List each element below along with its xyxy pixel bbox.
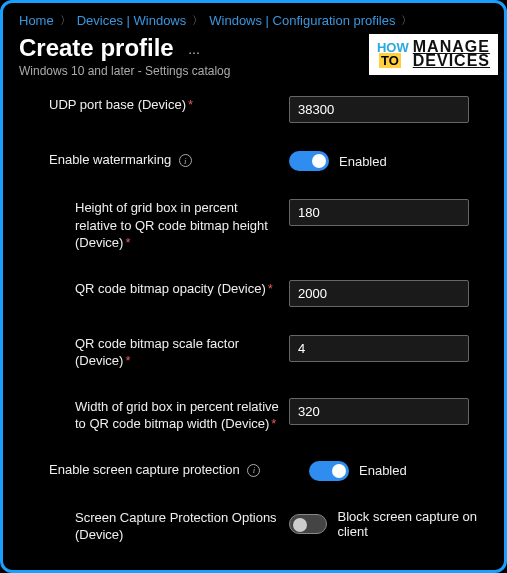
grid-height-label: Height of grid box in percent relative t… (75, 199, 289, 252)
chevron-right-icon: 〉 (192, 13, 203, 28)
enable-watermarking-label: Enable watermarking i (49, 151, 289, 169)
udp-port-label: UDP port base (Device)* (49, 96, 289, 114)
enable-watermarking-state: Enabled (339, 154, 387, 169)
brand-logo: HOW TO MANAGE DEVICES (369, 34, 498, 75)
info-icon[interactable]: i (179, 154, 192, 167)
chevron-right-icon: 〉 (60, 13, 71, 28)
info-icon[interactable]: i (247, 464, 260, 477)
enable-watermarking-toggle[interactable] (289, 151, 329, 171)
logo-to: TO (379, 53, 401, 68)
qr-scale-input[interactable] (289, 335, 469, 362)
breadcrumb: Home 〉 Devices | Windows 〉 Windows | Con… (19, 13, 504, 28)
screen-capture-options-label: Screen Capture Protection Options (Devic… (75, 509, 289, 544)
breadcrumb-home[interactable]: Home (19, 13, 54, 28)
breadcrumb-profiles[interactable]: Windows | Configuration profiles (209, 13, 395, 28)
qr-scale-label: QR code bitmap scale factor (Device)* (75, 335, 289, 370)
screen-capture-options-state: Block screen capture on client (337, 509, 504, 539)
screen-capture-toggle[interactable] (309, 461, 349, 481)
screen-capture-state: Enabled (359, 463, 407, 478)
more-icon[interactable]: ··· (188, 44, 200, 60)
breadcrumb-devices[interactable]: Devices | Windows (77, 13, 187, 28)
screen-capture-label: Enable screen capture protection i (49, 461, 309, 479)
logo-devices: DEVICES (413, 52, 490, 69)
grid-height-input[interactable] (289, 199, 469, 226)
qr-opacity-label: QR code bitmap opacity (Device)* (75, 280, 289, 298)
grid-width-input[interactable] (289, 398, 469, 425)
udp-port-input[interactable] (289, 96, 469, 123)
chevron-right-icon: 〉 (401, 13, 412, 28)
page-title: Create profile (19, 34, 174, 62)
page-subtitle: Windows 10 and later - Settings catalog (19, 64, 230, 78)
grid-width-label: Width of grid box in percent relative to… (75, 398, 289, 433)
screen-capture-options-toggle[interactable] (289, 514, 327, 534)
qr-opacity-input[interactable] (289, 280, 469, 307)
